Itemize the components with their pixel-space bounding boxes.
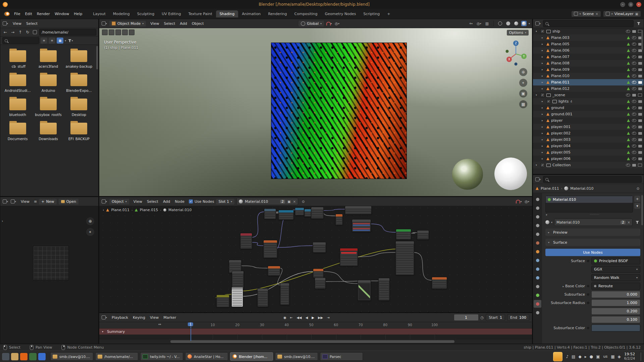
collection-checkbox[interactable]: ✓ (540, 29, 545, 34)
material-id-field[interactable]: Material.010 2 ▣ × (236, 198, 298, 205)
camera-icon[interactable] (638, 138, 642, 141)
editor-type-icon[interactable]: ▾ (101, 198, 107, 204)
camera-icon[interactable] (638, 158, 642, 160)
eye-icon[interactable] (632, 36, 636, 39)
preview-panel-header[interactable]: ▸Preview (545, 229, 640, 236)
pin-icon[interactable]: ⊙ (635, 185, 641, 191)
properties-tab-world[interactable] (534, 239, 541, 247)
new-image-button[interactable]: + New (39, 199, 56, 204)
outliner-item-plane-009[interactable]: ▸Plane.009 (533, 66, 644, 73)
start-frame-field[interactable]: Start1 (486, 314, 505, 321)
image-mode-icon[interactable]: ▾ (10, 198, 16, 204)
shader-node-7[interactable] (352, 219, 371, 232)
expand-icon[interactable]: ▸ (542, 119, 545, 122)
camera-icon[interactable] (638, 87, 642, 90)
menu-view[interactable]: View (10, 21, 24, 26)
surface-shader-dropdown[interactable]: Principled BSDF (591, 257, 640, 264)
users-count-badge[interactable]: 2 (621, 221, 625, 224)
properties-tab-render[interactable] (534, 204, 541, 212)
prev-keyframe-button[interactable]: ◀◀ (295, 315, 303, 320)
shader-node-0[interactable] (264, 208, 276, 219)
jump-to-end-button[interactable]: ⇥ (325, 315, 331, 320)
workspace-tab-modeling[interactable]: Modeling (109, 10, 133, 17)
close-button[interactable]: × (636, 2, 641, 7)
new-viewlayer-icon[interactable]: ▣ (635, 12, 638, 16)
sidebar-toggle-icon[interactable]: ‹ (103, 208, 104, 212)
camera-icon[interactable] (638, 119, 642, 122)
expand-icon[interactable]: ▸ (542, 62, 545, 65)
properties-tab-texture[interactable] (534, 309, 541, 316)
editor-type-icon[interactable]: ▾ (2, 20, 8, 26)
xray-toggle[interactable]: ▥ (484, 20, 490, 26)
menu-help[interactable]: Help (71, 11, 85, 17)
shader-node-19[interactable] (257, 288, 268, 307)
outliner-item-plane-003[interactable]: ▸Plane.003 (533, 35, 644, 41)
unlink-icon[interactable]: × (595, 12, 598, 16)
eye-icon[interactable] (626, 164, 630, 167)
expand-icon[interactable]: ▸ (542, 125, 545, 128)
expand-icon[interactable]: ▸ (542, 113, 545, 116)
expand-icon[interactable]: ▸ (542, 81, 545, 84)
eye-icon[interactable] (632, 87, 636, 90)
clock[interactable]: 19:52 6/2/24 (624, 352, 635, 360)
expand-icon[interactable]: ▸ (542, 55, 545, 58)
file-folder-documents[interactable]: Documents (2, 121, 33, 141)
shader-node-2[interactable] (295, 207, 304, 216)
timeline-tracks[interactable] (99, 335, 532, 340)
editor-type-icon[interactable]: ▾ (535, 176, 541, 182)
breadcrumb-mesh[interactable]: Plane.015 (140, 208, 158, 212)
outliner-item-player-004[interactable]: ▸player.004 (533, 143, 644, 149)
camera-icon[interactable] (638, 113, 642, 116)
menu-window[interactable]: Window (52, 11, 71, 17)
eye-icon[interactable] (632, 43, 636, 46)
outliner-item-player-006[interactable]: ▸player.006 (533, 156, 644, 162)
zoom-tool-icon[interactable]: ⊕ (519, 68, 527, 76)
menu-keying[interactable]: Keying (130, 315, 148, 320)
properties-tab-modifiers[interactable] (534, 256, 541, 264)
expand-icon[interactable]: ▸ (542, 151, 545, 154)
properties-tab-physics[interactable] (534, 274, 541, 282)
filter-button[interactable]: ▾ (67, 38, 73, 44)
specials-icon[interactable] (634, 219, 640, 225)
eye-icon[interactable] (632, 106, 636, 109)
outliner-collection-scene[interactable]: ▾✓_scene (533, 92, 644, 98)
options-dropdown[interactable]: Options▾ (507, 30, 529, 36)
snap-toggle[interactable]: ▾ (516, 198, 522, 204)
move-view-tool-icon[interactable]: ⌖ (86, 228, 94, 236)
next-keyframe-button[interactable]: ▶▶ (317, 315, 324, 320)
taskbar-window-parsec[interactable]: Parsec (320, 352, 363, 361)
workspace-tab-compositing[interactable]: Compositing (291, 10, 321, 17)
camera-icon[interactable] (638, 132, 642, 135)
current-frame-field[interactable]: 1 (454, 314, 479, 321)
scrollbar[interactable] (96, 46, 98, 69)
camera-icon[interactable] (638, 81, 642, 84)
taskbar-window-twily-info-v[interactable]: twily.info ~/ - V... (140, 352, 183, 361)
launcher-icon-1[interactable] (2, 353, 9, 360)
camera-icon[interactable] (638, 62, 642, 65)
shader-node-17[interactable] (268, 266, 280, 276)
display-vertical-list-button[interactable]: ≡ (41, 38, 47, 44)
menu-select[interactable]: Select (24, 21, 40, 26)
outliner-item-plane-012[interactable]: ▸Plane.012 (533, 85, 644, 92)
mode-dropdown[interactable]: Object Mode ▾ (109, 21, 146, 26)
menu-render[interactable]: Render (35, 11, 52, 17)
menu-edit[interactable]: Edit (22, 11, 34, 17)
workspace-tab-geometry-nodes[interactable]: Geometry Nodes (321, 10, 360, 17)
tray-icon-2[interactable]: ▤ (572, 354, 575, 359)
eye-icon[interactable] (632, 100, 636, 103)
shading-material-button[interactable] (513, 20, 519, 26)
up-button[interactable]: ↑ (17, 30, 23, 35)
file-folder-anakey-backup[interactable]: anakey-backup (64, 48, 94, 68)
back-button[interactable]: ← (2, 30, 8, 35)
pin-icon[interactable]: ⊙ (300, 198, 306, 204)
workspace-tab-texture-paint[interactable]: Texture Paint (185, 10, 216, 17)
refresh-button[interactable]: ↻ (24, 30, 31, 35)
camera-icon[interactable] (638, 56, 642, 58)
expand-icon[interactable]: ▾ (536, 30, 539, 33)
properties-tab-particles[interactable] (534, 265, 541, 273)
launcher-icon-3[interactable] (20, 353, 28, 360)
shader-node-20[interactable] (216, 295, 229, 307)
screen-icon[interactable] (638, 94, 642, 97)
maximize-button[interactable]: ▫ (628, 2, 633, 7)
editor-type-icon[interactable]: ▾ (535, 20, 541, 26)
